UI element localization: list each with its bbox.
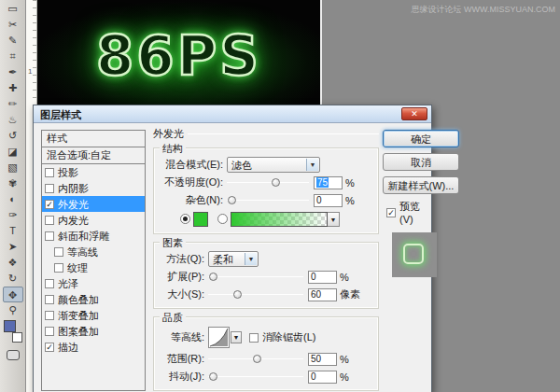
contour-picker[interactable]: ▼ <box>208 327 242 349</box>
sidebar-item-inner-glow[interactable]: 内发光 <box>42 212 145 228</box>
sidebar-item-contour[interactable]: 等高线 <box>42 244 145 259</box>
checkbox[interactable] <box>45 231 54 241</box>
technique-select[interactable]: 柔和 ▼ <box>208 251 259 267</box>
contour-thumbnail[interactable] <box>208 327 230 348</box>
smudge-tool[interactable]: ✾ <box>3 175 23 191</box>
gradient-tool[interactable]: ▧ <box>3 160 23 175</box>
zoom-tool[interactable]: ⚲ <box>3 302 23 318</box>
chevron-down-icon[interactable]: ▼ <box>231 331 242 343</box>
hand-tool[interactable]: ✥ <box>3 287 23 302</box>
slider-thumb[interactable] <box>209 372 217 381</box>
preview-glow-square <box>403 244 424 264</box>
glow-color-swatch[interactable] <box>193 212 208 227</box>
noise-input[interactable]: 0 <box>314 194 343 207</box>
checkbox[interactable] <box>45 184 54 193</box>
noise-slider[interactable] <box>227 194 309 206</box>
dodge-tool[interactable]: ◐ <box>3 191 23 207</box>
watermark-url: WWW.MISSYUAN.COM <box>464 5 555 14</box>
foreground-color-swatch[interactable] <box>4 320 16 332</box>
gradient-picker-arrow-icon[interactable]: ▼ <box>328 212 340 227</box>
sidebar-item-stroke[interactable]: ✓ 描边 <box>42 339 145 355</box>
checkbox[interactable] <box>45 311 54 320</box>
close-icon[interactable]: ✕ <box>401 107 427 120</box>
crop-tool[interactable]: ⌗ <box>3 49 23 64</box>
checkbox[interactable] <box>45 216 54 225</box>
effects-list: 样式 混合选项:自定 投影 内阴影 ✓ 外发光 内发光 斜面和浮雕 <box>41 130 146 391</box>
opacity-slider[interactable] <box>227 176 309 189</box>
preview-label: 预览(V) <box>399 200 426 225</box>
technique-value: 柔和 <box>213 254 233 265</box>
background-color-swatch[interactable] <box>12 332 22 343</box>
path-selection-tool[interactable]: ➤ <box>3 239 23 255</box>
pen-tool[interactable]: ✑ <box>3 207 23 223</box>
chevron-down-icon[interactable]: ▼ <box>245 253 257 265</box>
history-brush-tool[interactable]: ↺ <box>3 128 23 144</box>
checkbox[interactable] <box>54 247 63 257</box>
tools-palette: ▭ ✂ ✎ ⌗ ✒ ✚ ✏ ♨ ↺ ◪ ▧ ✾ ◐ ✑ T ➤ ❖ ↻ ✥ ⚲ <box>0 0 26 392</box>
blend-mode-select[interactable]: 滤色 ▼ <box>227 157 320 173</box>
antialias-checkbox[interactable] <box>249 333 259 343</box>
sidebar-item-color-overlay[interactable]: 颜色叠加 <box>42 291 145 307</box>
rotate-view-tool[interactable]: ↻ <box>3 271 23 287</box>
range-slider[interactable] <box>208 353 303 365</box>
healing-brush-tool[interactable]: ✚ <box>3 80 23 96</box>
sidebar-item-outer-glow[interactable]: ✓ 外发光 <box>42 196 145 212</box>
eyedropper-tool[interactable]: ✒ <box>3 64 23 80</box>
effect-label: 描边 <box>58 340 78 355</box>
type-tool[interactable]: T <box>3 223 23 239</box>
chevron-down-icon[interactable]: ▼ <box>306 159 318 171</box>
slider-thumb[interactable] <box>209 273 217 281</box>
slider-thumb[interactable] <box>233 290 242 299</box>
cancel-button[interactable]: 取消 <box>383 153 459 171</box>
preview-checkbox[interactable]: ✓ <box>386 208 396 217</box>
slider-thumb[interactable] <box>228 196 236 204</box>
dialog-titlebar[interactable]: 图层样式 ✕ <box>34 105 431 123</box>
new-style-button[interactable]: 新建样式(W)... <box>383 176 459 194</box>
clone-stamp-tool[interactable]: ♨ <box>3 112 23 128</box>
quick-mask-icon[interactable] <box>7 350 20 360</box>
slider-thumb[interactable] <box>253 355 261 363</box>
blend-mode-row: 混合模式(E): 滤色 ▼ <box>160 156 372 174</box>
range-input[interactable]: 50 <box>308 353 337 366</box>
contour-row: 等高线: ▼ 消除锯齿(L) <box>160 325 372 350</box>
size-slider[interactable] <box>208 288 303 301</box>
sidebar-item-pattern-overlay[interactable]: 图案叠加 <box>42 323 145 339</box>
spread-input[interactable]: 0 <box>308 271 337 284</box>
lasso-tool[interactable]: ✂ <box>3 17 23 33</box>
custom-shape-tool[interactable]: ❖ <box>3 255 23 271</box>
spread-slider[interactable] <box>208 271 303 283</box>
sidebar-item-styles[interactable]: 样式 <box>42 131 145 147</box>
checkbox[interactable] <box>45 327 54 336</box>
sidebar-item-blending-options[interactable]: 混合选项:自定 <box>42 147 145 164</box>
photoshop-window: ▭ ✂ ✎ ⌗ ✒ ✚ ✏ ♨ ↺ ◪ ▧ ✾ ◐ ✑ T ➤ ❖ ↻ ✥ ⚲ … <box>0 0 560 392</box>
glow-gradient-bar[interactable] <box>231 212 328 227</box>
size-input[interactable]: 60 <box>308 288 337 301</box>
sidebar-item-satin[interactable]: 光泽 <box>42 275 145 291</box>
watermark: 思缘设计论坛 WWW.MISSYUAN.COM <box>411 4 555 16</box>
checkbox[interactable] <box>54 263 63 273</box>
brush-tool[interactable]: ✏ <box>3 96 23 112</box>
effect-label: 光泽 <box>58 276 78 291</box>
jitter-slider[interactable] <box>208 371 303 383</box>
checkbox[interactable] <box>45 168 54 177</box>
eraser-tool[interactable]: ◪ <box>3 144 23 160</box>
checkbox[interactable]: ✓ <box>45 200 54 209</box>
checkbox[interactable] <box>45 279 54 288</box>
sidebar-item-drop-shadow[interactable]: 投影 <box>42 164 145 180</box>
checkbox[interactable]: ✓ <box>45 343 54 352</box>
quick-selection-tool[interactable]: ✎ <box>3 33 23 49</box>
jitter-input[interactable]: 0 <box>308 371 337 384</box>
gradient-radio[interactable] <box>217 214 228 224</box>
slider-thumb[interactable] <box>272 178 280 187</box>
checkbox[interactable] <box>45 295 54 304</box>
rectangular-marquee-tool[interactable]: ▭ <box>3 1 23 17</box>
solid-color-radio[interactable] <box>180 214 190 224</box>
size-unit: 像素 <box>340 287 360 301</box>
opacity-input[interactable]: 75 <box>314 176 343 189</box>
preview-row: ✓ 预览(V) <box>386 200 426 225</box>
sidebar-item-inner-shadow[interactable]: 内阴影 <box>42 180 145 196</box>
sidebar-item-bevel-emboss[interactable]: 斜面和浮雕 <box>42 228 145 244</box>
sidebar-item-gradient-overlay[interactable]: 渐变叠加 <box>42 307 145 323</box>
sidebar-item-texture[interactable]: 纹理 <box>42 259 145 275</box>
ok-button[interactable]: 确定 <box>383 130 459 147</box>
